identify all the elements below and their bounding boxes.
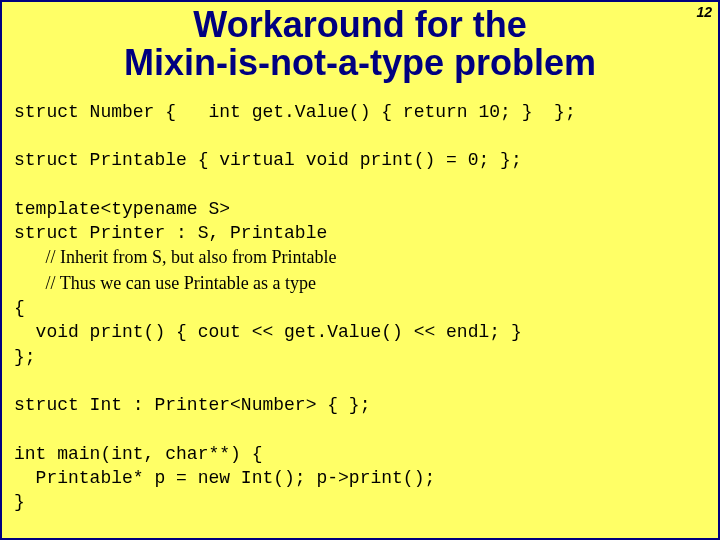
title-line-2: Mixin-is-not-a-type problem [14,44,706,82]
code-line: struct Int : Printer<Number> { }; [14,395,370,415]
page-number: 12 [696,4,712,20]
code-line: struct Printer : S, Printable [14,223,327,243]
code-block: struct Number { int get.Value() { return… [14,100,706,515]
code-line: void print() { cout << get.Value() << en… [14,322,522,342]
code-line: Printable* p = new Int(); p->print(); [14,468,435,488]
code-line: { [14,298,25,318]
code-comment: // Thus we can use Printable as a type [14,273,316,293]
slide: 12 Workaround for the Mixin-is-not-a-typ… [0,0,720,540]
code-line: int main(int, char**) { [14,444,262,464]
code-line: template<typename S> [14,199,230,219]
code-comment: // Inherit from S, but also from Printab… [14,247,336,267]
code-line: } [14,492,25,512]
code-line: struct Printable { virtual void print() … [14,150,522,170]
title-line-1: Workaround for the [14,6,706,44]
slide-title: Workaround for the Mixin-is-not-a-type p… [14,6,706,82]
code-line: }; [14,347,36,367]
code-line: struct Number { int get.Value() { return… [14,102,576,122]
